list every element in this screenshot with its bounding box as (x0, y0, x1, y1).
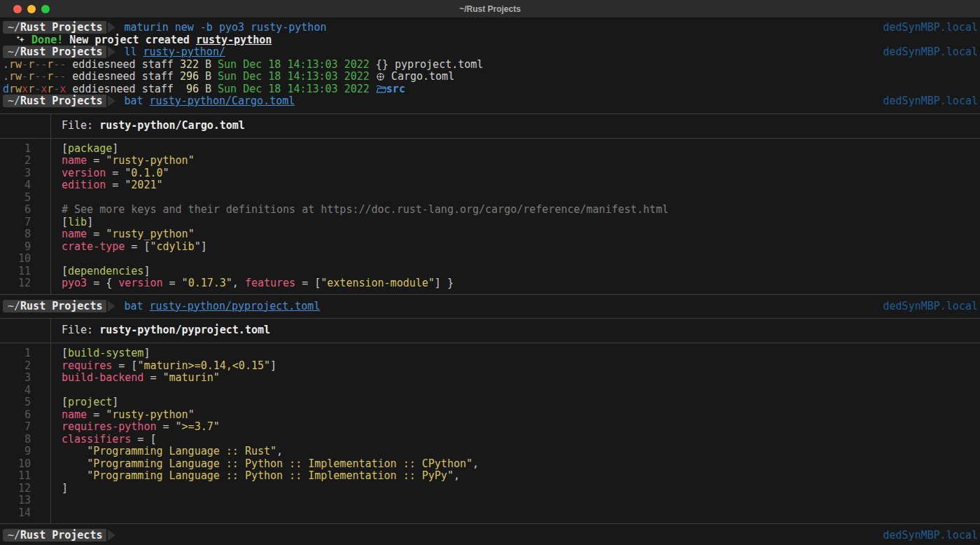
text-segment: Sun Dec 18 14:13:03 2022 (218, 83, 370, 95)
text-segment: r (47, 83, 53, 95)
text-segment: 322 (180, 58, 199, 71)
text-segment: rusty-python (196, 34, 272, 46)
text-segment (25, 34, 31, 46)
text-segment: r (47, 58, 53, 71)
text-segment: bat (124, 300, 149, 312)
braces-icon: {} (376, 59, 388, 71)
text-segment: eddiesneed staff (66, 70, 180, 83)
text-segment: bat (124, 95, 149, 107)
code-line: 9crate-type = ["cdylib"] (0, 241, 980, 254)
line-number: 8 (0, 228, 50, 241)
code-line: 11 "Programming Language :: Python :: Im… (0, 470, 980, 483)
output-line: .rw-r--r-- eddiesneed staff 296 B Sun De… (0, 71, 980, 83)
text-segment: " (188, 228, 195, 240)
prompt-path-badge: ~/Rust Projects (3, 21, 106, 34)
text-segment: maturin>=0.14,<0.15 (144, 359, 264, 372)
code-content (50, 253, 62, 265)
bat-file-label: File: rusty-python/Cargo.toml (50, 120, 245, 132)
terminal-input-line[interactable]: ~/Rust ProjectsdedSynMBP.local (0, 530, 980, 542)
text-segment: rw (9, 58, 22, 71)
code-line: 10 (0, 253, 980, 265)
command-text: maturin new -b pyo3 rusty-python (124, 21, 326, 34)
text-segment: ] (270, 359, 276, 372)
text-segment: " (176, 420, 182, 433)
text-segment: [ (62, 347, 68, 359)
code-line: 8name = "rusty_python" (0, 228, 980, 241)
code-line: 6name = "rusty-python" (0, 409, 980, 422)
code-content (50, 385, 62, 397)
file-label: File: (62, 324, 99, 336)
text-segment: pyproject.toml (388, 58, 483, 71)
text-segment: rusty-python/Cargo.toml (150, 95, 295, 107)
line-number: 10 (0, 458, 50, 471)
text-segment: maturin new -b pyo3 rusty-python (124, 21, 326, 34)
hostname: dedSynMBP.local (883, 22, 978, 34)
text-segment: " (106, 154, 112, 167)
text-segment: = [ (295, 277, 321, 289)
prompt-path-prefix: ~/ (8, 95, 20, 107)
code-line: 6# See more keys and their definitions a… (0, 204, 980, 216)
prompt-path-prefix: ~/ (8, 529, 20, 541)
text-segment: [ (62, 216, 68, 228)
text-segment: , (276, 445, 283, 457)
text-segment: -- (53, 70, 66, 83)
code-line: 14 (0, 507, 980, 520)
line-number: 2 (0, 155, 50, 167)
prompt-arrow-icon (108, 46, 115, 57)
code-content: build-backend = "maturin" (50, 372, 220, 385)
text-segment: New project created (63, 34, 196, 46)
text-segment (211, 83, 218, 95)
text-segment: cdylib (156, 240, 194, 253)
text-segment: build-backend (62, 371, 144, 384)
text-segment: " (188, 408, 195, 421)
text-segment: [ (62, 265, 68, 277)
prompt-path-name: Rust Projects (20, 46, 102, 58)
folder-icon (376, 83, 386, 96)
text-segment (370, 70, 376, 83)
code-line: 12] (0, 483, 980, 495)
bat-output: File: rusty-python/pyproject.toml1[build… (0, 318, 980, 524)
line-number: 2 (0, 360, 50, 373)
output-line: drwxr-xr-x eddiesneed staff 96 B Sun Dec… (0, 83, 980, 96)
text-segment: Sun Dec 18 14:13:03 2022 (218, 58, 370, 71)
code-content (50, 495, 62, 507)
text-segment: requires (62, 359, 112, 372)
prompt-path-prefix: ~/ (8, 21, 20, 34)
text-segment: , (232, 277, 245, 289)
text-segment: B (205, 70, 211, 83)
code-line: 11[dependencies] (0, 265, 980, 278)
command-text: ll rusty-python/ (124, 46, 225, 58)
text-segment: = [ (112, 359, 137, 372)
bat-output: File: rusty-python/Cargo.toml1[package]2… (0, 113, 980, 295)
text-segment: x (22, 83, 28, 95)
text-segment: = (87, 408, 106, 421)
text-segment: = (87, 228, 106, 240)
code-line: 1[build-system] (0, 347, 980, 360)
minimize-button[interactable] (27, 5, 36, 13)
line-number: 9 (0, 241, 50, 254)
hostname: dedSynMBP.local (883, 530, 978, 542)
text-segment: " (447, 469, 454, 482)
text-segment: classifiers (62, 433, 131, 446)
close-button[interactable] (13, 5, 22, 13)
code-content: requires-python = ">=3.7" (50, 421, 220, 434)
terminal-scroll-area[interactable]: ~/Rust Projectsmaturin new -b pyo3 rusty… (0, 18, 980, 542)
line-number: 13 (0, 495, 50, 507)
zoom-button[interactable] (41, 5, 50, 13)
code-content: ] (50, 483, 68, 495)
text-segment: ] } (435, 277, 454, 289)
text-segment: ] (87, 216, 93, 228)
prompt-line: ~/Rust Projectsbat rusty-python/pyprojec… (0, 301, 980, 313)
prompt-path-name: Rust Projects (20, 300, 102, 312)
line-number: 1 (0, 143, 50, 156)
prompt-path-badge: ~/Rust Projects (3, 95, 106, 107)
text-segment: " (214, 420, 220, 433)
text-segment: rw (9, 83, 22, 95)
text-segment: " (214, 371, 220, 384)
sparkle-icon (15, 34, 25, 47)
text-segment (211, 70, 218, 83)
code-content: [dependencies] (50, 265, 150, 278)
text-segment: - (22, 70, 28, 83)
text-segment: " (264, 359, 270, 372)
text-segment: , (454, 469, 460, 482)
